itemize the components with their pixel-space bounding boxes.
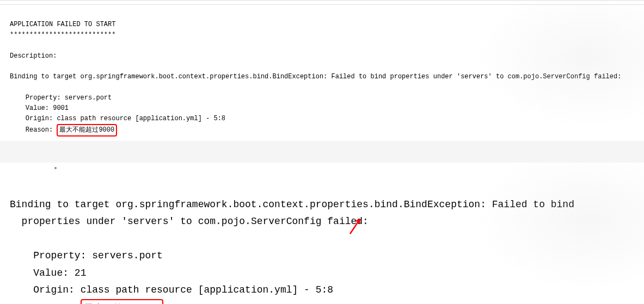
bottom-console-panel: Binding to target org.springframework.bo…: [0, 163, 644, 304]
console-reason-label: Reason:: [10, 126, 57, 134]
console-line: ***************************: [10, 31, 115, 39]
highlighted-reason-text: 最大不能低于100: [81, 299, 163, 305]
console-line: Origin: class path resource [application…: [10, 284, 333, 295]
console-line: Description:: [10, 52, 57, 60]
console-line: APPLICATION FAILED TO START: [10, 21, 115, 28]
console-line: Binding to target org.springframework.bo…: [10, 73, 621, 80]
highlighted-reason-text: 最大不能超过9000: [57, 124, 117, 137]
console-line: Origin: class path resource [application…: [10, 115, 225, 122]
console-line: properties under 'servers' to com.pojo.S…: [10, 216, 369, 227]
console-line: Value: 9001: [10, 104, 69, 112]
console-line: Property: servers.port: [10, 250, 163, 261]
decorative-dot: [54, 167, 57, 169]
console-output-bottom: Binding to target org.springframework.bo…: [10, 179, 634, 304]
console-line: Value: 21: [10, 268, 86, 278]
top-console-panel: APPLICATION FAILED TO START ************…: [0, 0, 644, 141]
console-line: Binding to target org.springframework.bo…: [10, 199, 574, 210]
console-output-top: APPLICATION FAILED TO START ************…: [0, 5, 644, 151]
tab-bar: [0, 1, 644, 5]
console-line: Property: servers.port: [10, 94, 112, 102]
